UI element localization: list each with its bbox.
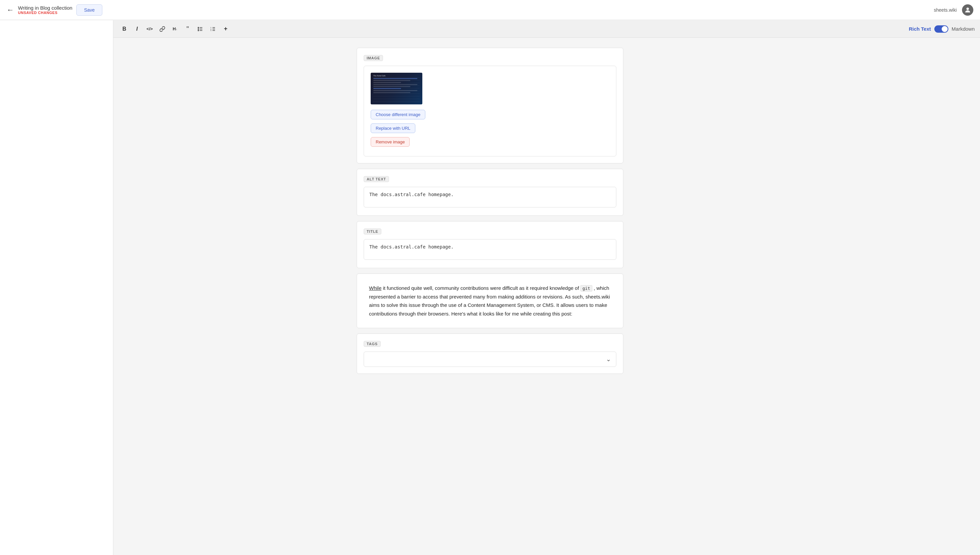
svg-text:2.: 2. xyxy=(211,28,212,30)
svg-point-4 xyxy=(198,27,199,28)
italic-button[interactable]: I xyxy=(131,23,143,35)
toggle-knob xyxy=(942,26,948,32)
content-paragraph: While it functioned quite well, communit… xyxy=(369,284,611,318)
fake-line-3 xyxy=(373,82,401,83)
title-input[interactable]: The docs.astral.cafe homepage. xyxy=(364,239,616,260)
alt-text-section: ALT TEXT The docs.astral.cafe homepage. xyxy=(357,169,623,216)
image-actions: Choose different image Replace with URL … xyxy=(371,110,609,149)
fake-line-6 xyxy=(373,88,401,89)
title-section: TITLE The docs.astral.cafe homepage. xyxy=(357,221,623,268)
avatar[interactable] xyxy=(962,4,973,16)
inline-code-git: git xyxy=(580,285,592,292)
tags-select[interactable] xyxy=(364,351,616,367)
ordered-list-button[interactable]: 1. 2. 3. xyxy=(207,23,219,35)
content-text-1: it functioned quite well, community cont… xyxy=(383,285,581,291)
fake-line-4 xyxy=(373,84,417,85)
alt-text-label: ALT TEXT xyxy=(364,176,389,182)
alt-text-input[interactable]: The docs.astral.cafe homepage. xyxy=(364,187,616,207)
back-button[interactable]: ← xyxy=(7,6,14,14)
fake-line-8 xyxy=(373,92,410,93)
svg-text:3.: 3. xyxy=(211,30,212,31)
main-content: IMAGE The Astral Cafe xyxy=(0,38,980,389)
header-domain: sheets.wiki xyxy=(934,7,957,13)
remove-image-button[interactable]: Remove image xyxy=(371,137,410,147)
bullet-list-button[interactable] xyxy=(195,23,206,35)
heading-button[interactable]: H↓ xyxy=(169,23,181,35)
bold-button[interactable]: B xyxy=(119,23,130,35)
screenshot-header-text: The Astral Cafe xyxy=(373,75,386,77)
tags-select-wrapper xyxy=(364,351,616,367)
insert-button[interactable]: + xyxy=(220,23,231,35)
image-inner-card: The Astral Cafe xyxy=(364,66,616,156)
header-title: Writing in Blog collection xyxy=(18,5,72,11)
fake-line-1 xyxy=(373,78,417,79)
tags-section-label: TAGS xyxy=(364,341,380,347)
screenshot-thumbnail: The Astral Cafe xyxy=(371,73,422,104)
toolbar-right: Rich Text Markdown xyxy=(909,25,975,33)
sidebar xyxy=(0,20,114,555)
fake-line-5 xyxy=(373,86,410,87)
svg-point-0 xyxy=(966,7,969,10)
fake-line-7 xyxy=(373,90,417,91)
title-section-label: TITLE xyxy=(364,228,381,234)
rich-text-label: Rich Text xyxy=(909,26,930,32)
unsaved-changes-label: UNSAVED CHANGES xyxy=(18,11,72,14)
image-section-card: IMAGE The Astral Cafe xyxy=(357,48,623,164)
header-right: sheets.wiki xyxy=(934,4,973,16)
underline-word: While xyxy=(369,285,382,291)
editor-mode-toggle[interactable] xyxy=(934,25,948,33)
header-left: ← Writing in Blog collection UNSAVED CHA… xyxy=(7,4,934,16)
svg-text:1.: 1. xyxy=(211,27,212,28)
editor-toolbar: B I </> H↓ " 1. 2. 3. + Rich Text Markdo… xyxy=(114,20,980,38)
choose-different-image-button[interactable]: Choose different image xyxy=(371,110,425,119)
svg-point-5 xyxy=(198,28,199,29)
content-paragraph-card: While it functioned quite well, communit… xyxy=(357,274,623,328)
save-button[interactable]: Save xyxy=(76,4,102,16)
markdown-label: Markdown xyxy=(952,26,975,32)
code-button[interactable]: </> xyxy=(144,23,155,35)
tags-section: TAGS xyxy=(357,334,623,374)
image-preview: The Astral Cafe xyxy=(371,73,422,104)
screenshot-lines xyxy=(373,78,420,94)
fake-line-2 xyxy=(373,80,410,81)
replace-with-url-button[interactable]: Replace with URL xyxy=(371,124,415,133)
svg-point-6 xyxy=(198,30,199,30)
app-header: ← Writing in Blog collection UNSAVED CHA… xyxy=(0,0,980,20)
image-section-label: IMAGE xyxy=(364,55,383,61)
editor-area: IMAGE The Astral Cafe xyxy=(357,48,623,379)
link-button[interactable] xyxy=(157,23,168,35)
blockquote-button[interactable]: " xyxy=(182,23,193,35)
header-title-block: Writing in Blog collection UNSAVED CHANG… xyxy=(18,5,72,14)
